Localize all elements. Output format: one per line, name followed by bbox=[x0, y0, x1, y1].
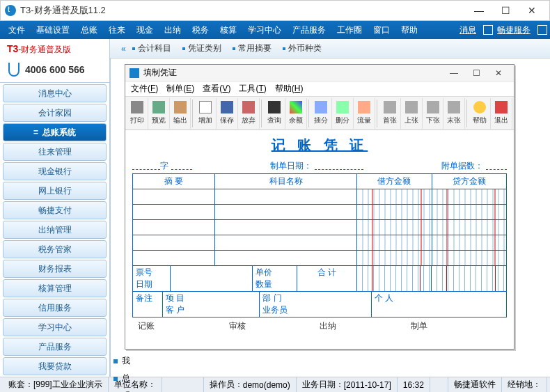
voucher-date-field[interactable] bbox=[315, 160, 363, 170]
voucher-grid[interactable]: 摘 要 科目名称 借方金额 贷方金额 bbox=[132, 173, 507, 266]
menu-file[interactable]: 文件 bbox=[3, 21, 31, 39]
link-messages[interactable]: 消息 bbox=[455, 24, 480, 36]
brand-t3: T3 bbox=[7, 43, 18, 54]
sidebar-item-ar[interactable]: 往来管理 bbox=[3, 143, 107, 161]
child-menubar: 文件(F) 制单(E) 查看(V) 工具(T) 帮助(H) bbox=[125, 81, 514, 97]
tb-flow[interactable]: 流量 bbox=[354, 98, 375, 129]
menu-audit[interactable]: 核算 bbox=[214, 21, 242, 39]
tab-vouchertype[interactable]: 凭证类别 bbox=[181, 39, 231, 58]
sidebar-item-credit[interactable]: 信用服务 bbox=[3, 299, 107, 317]
sidebar-item-cashbank[interactable]: 现金银行 bbox=[3, 162, 107, 180]
menu-cashier[interactable]: 出纳 bbox=[159, 21, 187, 39]
tb-help[interactable]: 帮助 bbox=[469, 98, 491, 129]
sidebar-item-reports[interactable]: 财务报表 bbox=[3, 260, 107, 278]
tb-add[interactable]: 增加 bbox=[195, 98, 217, 129]
sign-sh: 审核 bbox=[229, 320, 320, 332]
first-icon bbox=[384, 101, 396, 113]
sidebar-item-tax[interactable]: 税务管家 bbox=[3, 240, 107, 258]
tb-preview[interactable]: 预览 bbox=[148, 98, 170, 129]
menu-learn[interactable]: 学习中心 bbox=[242, 21, 287, 39]
menu-help[interactable]: 帮助 bbox=[395, 21, 423, 39]
sidebar-item-cashier[interactable]: 出纳管理 bbox=[3, 221, 107, 239]
workspace: 填制凭证 — ☐ ✕ 文件(F) 制单(E) 查看(V) 工具(T) 帮助(H)… bbox=[110, 58, 550, 377]
tb-save[interactable]: 保存 bbox=[217, 98, 238, 129]
last-icon bbox=[448, 101, 460, 113]
save-icon bbox=[221, 101, 233, 113]
tab-subjects[interactable]: 会计科目 bbox=[131, 39, 181, 58]
link-service[interactable]: 畅捷服务 bbox=[493, 24, 535, 36]
menu-product[interactable]: 产品服务 bbox=[287, 21, 331, 39]
voucher-no-field[interactable] bbox=[171, 160, 192, 170]
tb-first[interactable]: 首张 bbox=[379, 98, 401, 129]
tb-abandon[interactable]: 放弃 bbox=[238, 98, 260, 129]
maximize-button[interactable]: ☐ bbox=[492, 1, 519, 20]
app-logo-icon bbox=[5, 5, 16, 16]
tab-currency[interactable]: 外币种类 bbox=[281, 39, 331, 58]
child-menu-file[interactable]: 文件(F) bbox=[129, 83, 165, 95]
voucher-type-field[interactable] bbox=[132, 160, 160, 170]
child-menu-help[interactable]: 帮助(H) bbox=[274, 83, 311, 95]
close-button[interactable]: ✕ bbox=[519, 1, 545, 20]
child-menu-tools[interactable]: 工具(T) bbox=[237, 83, 273, 95]
sidebar-item-learn[interactable]: 学习中心 bbox=[3, 318, 107, 336]
search-icon bbox=[268, 101, 281, 113]
tb-output[interactable]: 输出 bbox=[170, 98, 191, 129]
sidebar-item-pay[interactable]: 畅捷支付 bbox=[3, 201, 107, 219]
sidebar-item-product[interactable]: 产品服务 bbox=[3, 338, 107, 356]
print-icon bbox=[131, 101, 143, 113]
sidebar-item-audit[interactable]: 核算管理 bbox=[3, 279, 107, 297]
menu-ar[interactable]: 往来 bbox=[103, 21, 131, 39]
output-icon bbox=[174, 101, 187, 113]
top-tabstrip: « 会计科目 凭证类别 常用摘要 外币种类 bbox=[110, 39, 550, 58]
main-menubar: 文件 基础设置 总账 往来 现金 出纳 税务 核算 学习中心 产品服务 工作圈 … bbox=[0, 21, 550, 39]
menu-cash[interactable]: 现金 bbox=[131, 21, 159, 39]
child-minimize-button[interactable]: — bbox=[443, 68, 465, 78]
voucher-zi-label: 字 bbox=[160, 160, 171, 172]
child-menu-edit[interactable]: 制单(E) bbox=[165, 83, 201, 95]
sidebar-item-home[interactable]: 会计家园 bbox=[3, 104, 107, 122]
child-close-button[interactable]: ✕ bbox=[487, 68, 510, 78]
tb-exit[interactable]: 退出 bbox=[491, 98, 512, 129]
voucher-title: 记 账 凭 证 bbox=[132, 134, 507, 159]
menu-ledger[interactable]: 总账 bbox=[75, 21, 103, 39]
tb-next[interactable]: 下张 bbox=[423, 98, 444, 129]
minimize-button[interactable]: — bbox=[466, 1, 492, 20]
child-menu-view[interactable]: 查看(V) bbox=[201, 83, 237, 95]
menu-basic[interactable]: 基础设置 bbox=[31, 21, 75, 39]
prev-icon bbox=[405, 101, 418, 113]
col-debit: 借方金额 bbox=[357, 174, 432, 189]
voucher-footer: 票号日期 单价数量 合 计 备注 项 目客 户 部 门业务员 个 人 bbox=[132, 266, 507, 317]
tb-last[interactable]: 末张 bbox=[443, 98, 465, 129]
flow-icon bbox=[358, 101, 370, 113]
tb-balance[interactable]: 余额 bbox=[285, 98, 307, 129]
add-icon bbox=[199, 101, 212, 113]
sidebar-item-msgcenter[interactable]: 消息中心 bbox=[3, 84, 107, 102]
child-title: 填制凭证 bbox=[143, 67, 443, 79]
status-account: 账套：[999]工业企业演示 bbox=[3, 377, 109, 392]
link-wo[interactable]: 我 bbox=[122, 355, 130, 367]
tb-query[interactable]: 查询 bbox=[264, 98, 285, 129]
sidebar-item-loan[interactable]: 我要贷款 bbox=[3, 357, 107, 375]
tb-print[interactable]: 打印 bbox=[127, 98, 148, 129]
window-titlebar: T3-财务通普及版11.2 — ☐ ✕ bbox=[0, 0, 550, 21]
tb-delete[interactable]: 删分 bbox=[332, 98, 354, 129]
help-icon bbox=[473, 101, 486, 113]
tb-prev[interactable]: 上张 bbox=[401, 98, 423, 129]
sidebar-item-ledger[interactable]: 总账系统 bbox=[3, 123, 107, 141]
menu-workcircle[interactable]: 工作圈 bbox=[331, 21, 368, 39]
menu-tax[interactable]: 税务 bbox=[187, 21, 214, 39]
status-bizdate: 业务日期：[2011-10-17] bbox=[297, 377, 398, 392]
link-zong[interactable]: 总 bbox=[122, 373, 130, 384]
phone-icon bbox=[8, 63, 19, 77]
voucher-attach-field[interactable] bbox=[486, 160, 507, 170]
tb-insert[interactable]: 插分 bbox=[311, 98, 333, 129]
sign-cn: 出纳 bbox=[320, 320, 411, 332]
abandon-icon bbox=[242, 101, 255, 113]
child-maximize-button[interactable]: ☐ bbox=[465, 68, 487, 78]
voucher-signatures: 记账 审核 出纳 制单 bbox=[132, 317, 507, 332]
svc-icon[interactable] bbox=[537, 25, 547, 35]
sidebar-item-ebank[interactable]: 网上银行 bbox=[3, 182, 107, 200]
tab-summary[interactable]: 常用摘要 bbox=[231, 39, 281, 58]
menu-window[interactable]: 窗口 bbox=[368, 21, 395, 39]
msg-icon[interactable] bbox=[483, 25, 493, 35]
